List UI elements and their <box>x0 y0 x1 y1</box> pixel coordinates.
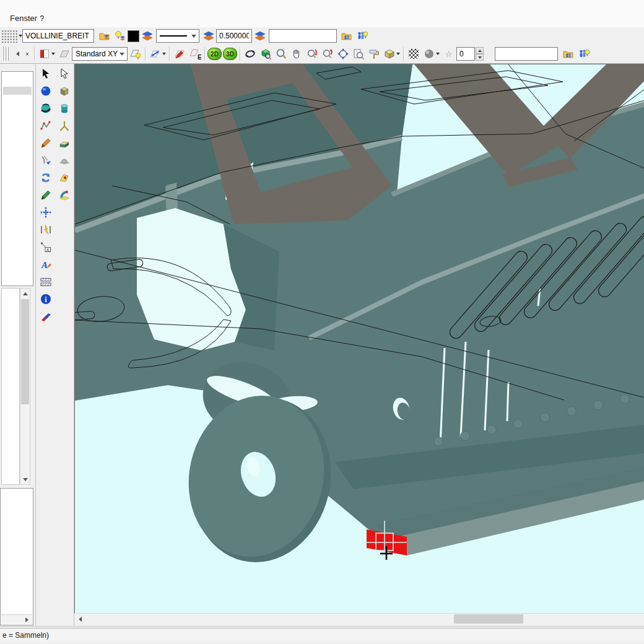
zoom-solid-icon[interactable] <box>258 46 273 61</box>
refresh-icon[interactable] <box>38 170 54 186</box>
star-icon[interactable]: ☆ <box>441 46 456 61</box>
separator <box>240 47 240 61</box>
redraw-roller-icon[interactable] <box>366 46 381 61</box>
sheet-format-icon[interactable] <box>37 46 56 61</box>
list-header <box>3 87 32 95</box>
quick-select-input[interactable] <box>269 29 337 43</box>
plane-visibility-icon[interactable] <box>128 46 143 61</box>
line-style-select[interactable] <box>156 29 199 43</box>
wireframe-hatch-icon[interactable] <box>406 46 421 61</box>
select-outline-icon[interactable] <box>56 66 72 82</box>
grid-handle-icon[interactable] <box>0 30 22 43</box>
separator <box>145 47 146 61</box>
drawing-toolbar: AAi <box>36 64 74 625</box>
plane-inactive-icon[interactable] <box>56 46 72 61</box>
3d-mode-button[interactable]: 3D <box>223 48 237 60</box>
view-plane-select[interactable]: Standard XY <box>72 47 128 61</box>
axes-icon[interactable] <box>56 118 72 134</box>
select-arrow-icon[interactable] <box>38 66 54 82</box>
group-folder-icon[interactable] <box>339 28 354 43</box>
message-list-box[interactable] <box>0 488 33 625</box>
group-folder-icon[interactable] <box>560 46 576 61</box>
orbit-icon[interactable] <box>38 100 54 116</box>
plane-elements-icon[interactable]: E <box>187 46 202 61</box>
svg-text:E: E <box>198 54 201 61</box>
group-visibility-icon[interactable] <box>354 28 370 43</box>
collapse-panel-button[interactable] <box>13 50 22 58</box>
scroll-thumb[interactable] <box>21 299 29 404</box>
toolbar-grip[interactable] <box>2 47 9 61</box>
eraser-icon[interactable] <box>38 308 54 324</box>
sweep-icon[interactable] <box>56 187 72 203</box>
panel-vertical-scrollbar[interactable] <box>20 288 30 485</box>
svg-text:A: A <box>46 248 50 252</box>
layer-visibility-icon[interactable] <box>112 28 128 43</box>
structure-list-box[interactable] <box>1 71 33 286</box>
scroll-down-button[interactable] <box>20 474 30 484</box>
text-icon[interactable]: A <box>38 256 54 272</box>
menu-fenster[interactable]: Fenster <box>10 14 37 23</box>
zoom-out-icon[interactable] <box>304 46 320 61</box>
zoom-window-icon[interactable] <box>273 46 289 61</box>
layers-apply-icon[interactable] <box>252 28 268 43</box>
horizontal-scroll-thumb[interactable] <box>454 614 523 624</box>
hatch-fill-icon[interactable] <box>38 274 54 290</box>
line-width-input[interactable] <box>216 29 252 43</box>
polyline-icon[interactable] <box>38 118 54 134</box>
plane-align-icon[interactable] <box>147 46 167 61</box>
scroll-up-button[interactable] <box>20 289 30 298</box>
menu-bar: Fenster ? <box>0 0 644 27</box>
plane-edit-icon[interactable] <box>172 46 187 61</box>
layer-folder-icon[interactable] <box>97 28 112 43</box>
revolve-icon[interactable] <box>56 170 72 186</box>
separator <box>34 47 35 61</box>
pencil-orange-icon[interactable] <box>38 135 54 151</box>
separator <box>204 47 205 61</box>
zoom-in-icon[interactable] <box>320 46 335 61</box>
layers-apply-icon[interactable] <box>139 28 155 43</box>
wedge-icon[interactable] <box>56 135 72 151</box>
zoom-fit-icon[interactable] <box>335 46 350 61</box>
zoom-previous-icon[interactable] <box>350 46 366 61</box>
close-panel-button[interactable]: × <box>23 50 32 58</box>
line-type-input[interactable] <box>22 29 94 43</box>
scroll-right-button[interactable] <box>22 616 32 624</box>
rotate-view-icon[interactable] <box>242 46 258 61</box>
label-leader-icon[interactable]: A <box>38 239 54 255</box>
command-input[interactable] <box>495 47 558 61</box>
dome-icon[interactable] <box>56 152 72 168</box>
2d-mode-button[interactable]: 2D <box>207 48 222 60</box>
status-bar: e = Sammeln) <box>0 626 644 644</box>
info-icon[interactable]: i <box>38 291 54 307</box>
line-attributes-toolbar <box>0 27 644 45</box>
cylinder-icon[interactable] <box>56 100 72 116</box>
solid-box-icon[interactable] <box>56 83 72 99</box>
level-spinner[interactable]: 0 <box>456 47 484 61</box>
render-sphere-icon[interactable] <box>421 46 441 61</box>
list-area[interactable] <box>1 288 20 485</box>
svg-text:A: A <box>41 260 48 270</box>
separator <box>403 47 404 61</box>
pencil-green-icon[interactable] <box>38 187 54 203</box>
scroll-left-button[interactable] <box>76 614 85 624</box>
layers-apply-icon[interactable] <box>201 28 216 43</box>
adjust-tools-icon[interactable] <box>38 152 54 168</box>
sphere-blue-icon[interactable] <box>38 83 54 99</box>
view-toolbar: ×Standard XYE2D3D☆0 <box>0 45 644 64</box>
3d-viewport[interactable] <box>74 64 644 613</box>
shading-mode-icon[interactable] <box>381 46 401 61</box>
separator <box>169 47 170 61</box>
group-visibility-icon[interactable] <box>576 46 591 61</box>
status-text: e = Sammeln) <box>2 631 49 640</box>
dimension-flash-icon[interactable] <box>38 222 54 238</box>
viewport-horizontal-scrollbar[interactable] <box>74 613 644 624</box>
pan-hand-icon[interactable] <box>289 46 304 61</box>
menu-help[interactable]: ? <box>40 14 44 23</box>
point-snap-icon[interactable] <box>38 204 54 220</box>
color-swatch[interactable] <box>128 30 139 42</box>
